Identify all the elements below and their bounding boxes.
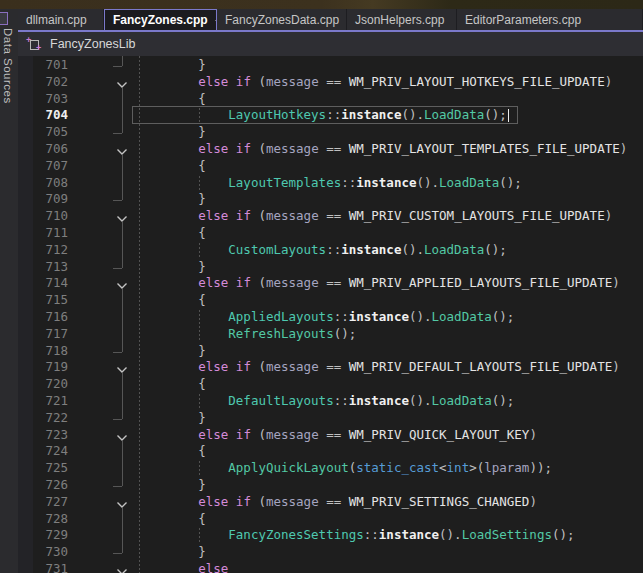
code-line[interactable]: } (138, 57, 206, 74)
fold-chevron-icon[interactable] (116, 498, 128, 508)
code-editor[interactable]: 701 }702 else if (message == WM_PRIV_LAY… (0, 56, 643, 573)
fold-guide (122, 289, 123, 351)
fold-region-end-tick (113, 352, 122, 353)
line-number[interactable]: 708 (30, 175, 68, 192)
code-line[interactable]: { (138, 376, 206, 393)
fold-chevron-icon[interactable] (116, 78, 128, 88)
fold-region-end-tick (113, 200, 122, 201)
fold-guide (122, 508, 123, 553)
fold-chevron-icon[interactable] (116, 363, 128, 373)
line-number[interactable]: 704 (30, 107, 68, 124)
fold-guide (122, 56, 123, 66)
line-number[interactable]: 702 (30, 74, 68, 91)
data-sources-icon (0, 12, 8, 25)
fold-guide (122, 441, 123, 486)
line-number[interactable]: 724 (30, 443, 68, 460)
tab-editorparameters[interactable]: EditorParameters.cpp (457, 9, 643, 30)
code-line[interactable]: } (138, 259, 206, 276)
line-number[interactable]: 706 (30, 141, 68, 158)
fold-region-end-tick (113, 66, 122, 67)
fold-guide (122, 222, 123, 267)
fold-guide (122, 373, 123, 418)
code-line[interactable]: else if (message == WM_PRIV_SETTINGS_CHA… (138, 494, 537, 511)
code-line[interactable]: { (138, 443, 206, 460)
tab-jsonhelpers[interactable]: JsonHelpers.cpp (347, 9, 457, 30)
code-line[interactable]: DefaultLayouts::instance().LoadData(); (138, 393, 514, 410)
line-number[interactable]: 719 (30, 359, 68, 376)
code-line[interactable]: else if (message == WM_PRIV_DEFAULT_LAYO… (138, 359, 620, 376)
tab-fancyzonesdata[interactable]: FancyZonesData.cpp (217, 9, 347, 30)
line-number[interactable]: 728 (30, 511, 68, 528)
code-line[interactable]: { (138, 225, 206, 242)
code-line[interactable]: else if (message == WM_PRIV_CUSTOM_LAYOU… (138, 208, 612, 225)
code-line[interactable]: LayoutTemplates::instance().LoadData(); (138, 175, 522, 192)
line-number[interactable]: 714 (30, 275, 68, 292)
code-line[interactable]: { (138, 292, 206, 309)
line-number[interactable]: 703 (30, 91, 68, 108)
fold-chevron-icon[interactable] (116, 145, 128, 155)
tab-dllmain[interactable]: dllmain.cpp (18, 9, 104, 30)
line-number[interactable]: 731 (30, 561, 68, 573)
line-number[interactable]: 722 (30, 410, 68, 427)
code-line[interactable]: { (138, 91, 206, 108)
tab-label: EditorParameters.cpp (465, 13, 581, 27)
code-line[interactable]: } (138, 477, 206, 494)
fold-chevron-icon[interactable] (116, 279, 128, 289)
code-line[interactable]: AppliedLayouts::instance().LoadData(); (138, 309, 514, 326)
line-number[interactable]: 727 (30, 494, 68, 511)
line-number[interactable]: 711 (30, 225, 68, 242)
line-number[interactable]: 713 (30, 259, 68, 276)
text-cursor (508, 109, 510, 122)
line-number[interactable]: 718 (30, 343, 68, 360)
fold-chevron-icon[interactable] (116, 212, 128, 222)
line-number[interactable]: 715 (30, 292, 68, 309)
data-sources-rail[interactable]: Data Sources (0, 9, 18, 573)
tab-label: dllmain.cpp (26, 13, 87, 27)
code-line[interactable]: } (138, 343, 206, 360)
line-number[interactable]: 701 (30, 57, 68, 74)
fold-chevron-icon[interactable] (116, 431, 128, 441)
line-number[interactable]: 720 (30, 376, 68, 393)
fold-region-end-tick (113, 419, 122, 420)
fold-guide (122, 88, 123, 133)
code-line[interactable]: else (138, 561, 228, 573)
line-number[interactable]: 710 (30, 208, 68, 225)
line-number[interactable]: 716 (30, 309, 68, 326)
line-number[interactable]: 721 (30, 393, 68, 410)
line-number[interactable]: 723 (30, 427, 68, 444)
code-line[interactable]: } (138, 544, 206, 561)
code-line[interactable]: { (138, 158, 206, 175)
code-line[interactable]: LayoutHotkeys::instance().LoadData(); (138, 107, 507, 124)
code-line[interactable]: } (138, 191, 206, 208)
window-top-strip (0, 0, 643, 9)
code-line[interactable]: else if (message == WM_PRIV_QUICK_LAYOUT… (138, 427, 537, 444)
line-number[interactable]: 705 (30, 124, 68, 141)
code-line[interactable]: } (138, 410, 206, 427)
line-number[interactable]: 709 (30, 191, 68, 208)
line-number[interactable]: 707 (30, 158, 68, 175)
code-line[interactable]: { (138, 511, 206, 528)
code-line[interactable]: else if (message == WM_PRIV_LAYOUT_HOTKE… (138, 74, 612, 91)
tab-label: JsonHelpers.cpp (355, 13, 444, 27)
breadcrumb-bar[interactable]: ++ FancyZonesLib (18, 32, 643, 56)
fold-region-end-tick (113, 133, 122, 134)
fold-region-end-tick (113, 268, 122, 269)
code-line[interactable]: } (138, 124, 206, 141)
code-line[interactable]: RefreshLayouts(); (138, 326, 356, 343)
data-sources-label: Data Sources (2, 28, 14, 104)
line-number[interactable]: 729 (30, 527, 68, 544)
line-number[interactable]: 717 (30, 326, 68, 343)
code-line[interactable]: else if (message == WM_PRIV_LAYOUT_TEMPL… (138, 141, 627, 158)
code-line[interactable]: FancyZonesSettings::instance().LoadSetti… (138, 527, 575, 544)
tab-label: FancyZonesData.cpp (225, 13, 339, 27)
code-line[interactable]: CustomLayouts::instance().LoadData(); (138, 242, 507, 259)
line-number[interactable]: 725 (30, 460, 68, 477)
code-line[interactable]: ApplyQuickLayout(static_cast<int>(lparam… (138, 460, 552, 477)
fold-chevron-icon[interactable] (116, 565, 128, 573)
breadcrumb-label: FancyZonesLib (50, 37, 135, 51)
code-line[interactable]: else if (message == WM_PRIV_APPLIED_LAYO… (138, 275, 620, 292)
tab-fancyzones[interactable]: FancyZones.cpp ✕ (104, 9, 217, 30)
line-number[interactable]: 730 (30, 544, 68, 561)
line-number[interactable]: 726 (30, 477, 68, 494)
line-number[interactable]: 712 (30, 242, 68, 259)
